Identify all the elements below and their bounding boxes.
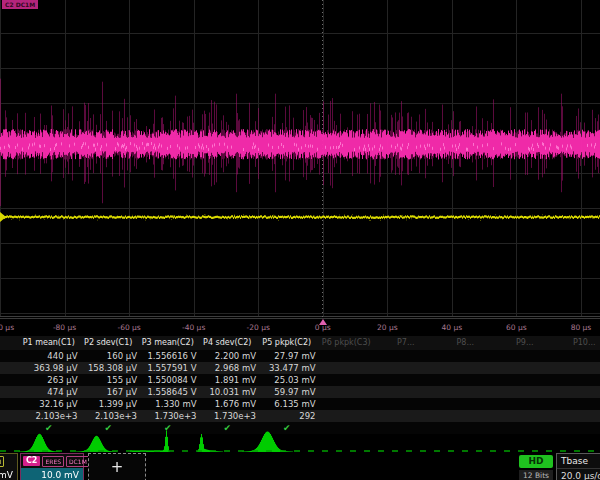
c2-channel-chip: C2 xyxy=(23,456,40,466)
measure-header-7[interactable]: P7... xyxy=(377,336,437,350)
measure-value: 1.557591 V xyxy=(139,362,199,374)
time-axis-label: 20 µs xyxy=(377,323,398,332)
time-axis-label: 40 µs xyxy=(442,323,463,332)
hd-mode-badge[interactable]: HD xyxy=(519,455,553,468)
measure-value: 27.97 mV xyxy=(258,350,318,362)
measure-value: 292 xyxy=(258,410,318,422)
c2-coupling-badge: DC1M xyxy=(66,456,90,467)
c1-vdiv-value: 50.0 mV xyxy=(0,468,17,480)
time-axis-label: 0 µs xyxy=(315,323,331,332)
measure-value: 1.556616 V xyxy=(139,350,199,362)
tbase-title: Tbase xyxy=(557,454,600,469)
measure-header-10[interactable]: P10... xyxy=(556,336,600,350)
measure-value: 2.103e+3 xyxy=(20,410,80,422)
measure-value: 59.97 mV xyxy=(258,386,318,398)
measure-value: 1.730e+3 xyxy=(199,410,259,422)
measure-value: 167 µV xyxy=(80,386,140,398)
waveform-grid[interactable] xyxy=(0,0,600,318)
measure-header-1[interactable]: P1 mean(C1) xyxy=(20,336,80,350)
measure-value: 474 µV xyxy=(20,386,80,398)
timebase-descriptor[interactable]: Tbase 20.0 µs/div xyxy=(556,453,600,480)
time-axis-label: -40 µs xyxy=(182,323,205,332)
measure-value: 1.676 mV xyxy=(199,398,259,410)
measure-value: 33.477 mV xyxy=(258,362,318,374)
trace-annotation-label: C2 DC1M xyxy=(2,0,38,9)
tbase-value: 20.0 µs/div xyxy=(557,469,600,480)
measure-value: 25.03 mV xyxy=(258,374,318,386)
histicon-row xyxy=(0,430,600,452)
measure-value: 2.200 mV xyxy=(199,350,259,362)
measure-value: 363.98 µV xyxy=(20,362,80,374)
measure-value: 2.968 mV xyxy=(199,362,259,374)
measure-header-9[interactable]: P9... xyxy=(496,336,556,350)
time-axis-label: 80 µs xyxy=(571,323,592,332)
time-axis-label: -20 µs xyxy=(247,323,270,332)
measure-header-6[interactable]: P6 pkpk(C3) xyxy=(318,336,378,350)
channel-c2-descriptor[interactable]: C2 ERES DC1M 10.0 mV xyxy=(20,453,84,480)
time-axis-label: -60 µs xyxy=(117,323,140,332)
time-axis-label: -100 µs xyxy=(0,323,14,332)
measure-header-3[interactable]: P3 mean(C2) xyxy=(139,336,199,350)
channel-c1-descriptor[interactable]: C1 DC1M 50.0 mV xyxy=(0,453,18,480)
measure-value: 1.558645 V xyxy=(139,386,199,398)
time-axis: -100 µs-80 µs-60 µs-40 µs-20 µs0 µs20 µs… xyxy=(0,318,600,336)
time-axis-label: -80 µs xyxy=(53,323,76,332)
measure-header-2[interactable]: P2 sdev(C1) xyxy=(80,336,140,350)
measure-value: 1.891 mV xyxy=(199,374,259,386)
measure-header-8[interactable]: P8... xyxy=(437,336,497,350)
oscilloscope-screen: C2 DC1M -100 µs-80 µs-60 µs-40 µs-20 µs0… xyxy=(0,0,600,480)
measure-value: 263 µV xyxy=(20,374,80,386)
measure-value: 1.399 µV xyxy=(80,398,140,410)
descriptor-bar: C1 DC1M 50.0 mV C2 ERES DC1M 10.0 mV + H… xyxy=(0,452,600,480)
c2-eres-badge: ERES xyxy=(42,456,64,467)
measure-table: P1 mean(C1)P2 sdev(C1)P3 mean(C2)P4 sdev… xyxy=(0,336,600,434)
measure-value: 1.730e+3 xyxy=(139,410,199,422)
measure-value: 440 µV xyxy=(20,350,80,362)
add-trace-button[interactable]: + xyxy=(88,453,146,480)
measure-header-5[interactable]: P5 pkpk(C2) xyxy=(258,336,318,350)
c2-vdiv-value: 10.0 mV xyxy=(21,468,83,480)
measure-value: 155 µV xyxy=(80,374,140,386)
measure-value: 2.103e+3 xyxy=(80,410,140,422)
measure-value: 10.031 mV xyxy=(199,386,259,398)
c1-coupling-badge: DC1M xyxy=(0,456,4,467)
resolution-bits-label: 12 Bits xyxy=(519,470,553,480)
measure-header-4[interactable]: P4 sdev(C2) xyxy=(199,336,259,350)
measure-value: 32.16 µV xyxy=(20,398,80,410)
measure-value: 158.308 µV xyxy=(80,362,140,374)
measure-value: 1.550084 V xyxy=(139,374,199,386)
measure-value: 6.135 mV xyxy=(258,398,318,410)
measure-value: 160 µV xyxy=(80,350,140,362)
measure-value: 1.330 mV xyxy=(139,398,199,410)
time-axis-label: 60 µs xyxy=(506,323,527,332)
